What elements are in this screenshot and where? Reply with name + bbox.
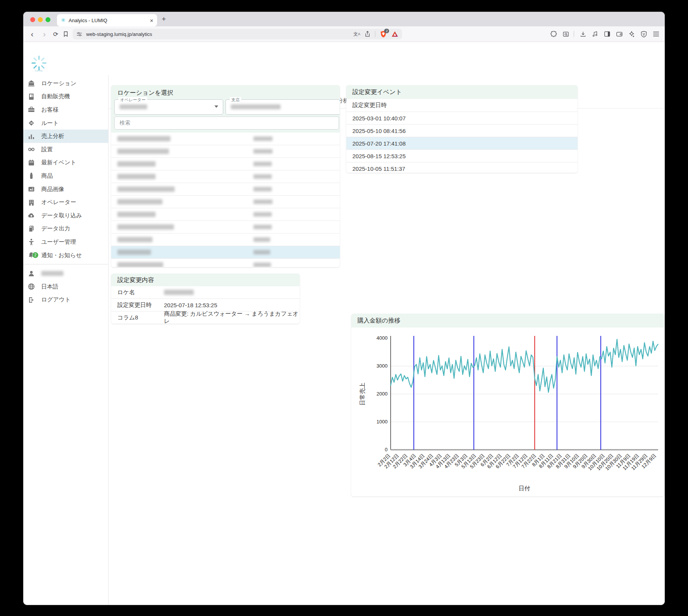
wallet-icon[interactable] (616, 31, 623, 37)
branch-select[interactable]: 支店 (226, 99, 339, 115)
sidebar-item-globe[interactable]: 日本語 (23, 280, 108, 293)
lumiq-favicon-icon: ✳ (61, 17, 66, 24)
sidebar-item-bell[interactable]: 2 通知・お知らせ (23, 249, 108, 262)
location-row[interactable] (111, 183, 340, 196)
sidebar-item-person[interactable]: ユーザー管理 (23, 235, 108, 249)
translate-icon[interactable]: 文A (353, 31, 360, 37)
location-row[interactable] (111, 233, 340, 246)
operator-select[interactable]: オペレーター (114, 99, 223, 115)
location-name-redacted (117, 199, 162, 204)
sidebar-item-logout[interactable]: ログアウト (23, 293, 108, 307)
sidebar-item-label: 通知・お知らせ (41, 252, 82, 259)
location-row[interactable] (111, 196, 340, 208)
minimize-window-button[interactable] (38, 17, 43, 22)
event-row[interactable]: 2025-07-20 17:41:08 (346, 137, 578, 150)
chart-icon (28, 133, 35, 140)
sidebar-item-copy[interactable]: データ出力 (23, 222, 108, 236)
events-column-header: 設定変更日時 (346, 99, 578, 112)
sidebar-item-link[interactable]: 設置 (23, 143, 108, 156)
forward-button[interactable]: › (41, 30, 48, 39)
search-tabs-icon[interactable] (563, 31, 569, 37)
location-value-redacted (253, 250, 270, 255)
location-row[interactable] (111, 221, 340, 233)
search-placeholder: 検索 (120, 120, 130, 126)
close-window-button[interactable] (30, 17, 35, 22)
link-icon (28, 146, 35, 153)
sidebar-item-image[interactable]: 商品画像 (23, 183, 108, 196)
location-row[interactable] (111, 259, 340, 267)
location-select-panel: ロケーションを選択 オペレーター 支店 検索 (111, 85, 340, 267)
extensions-icon[interactable] (550, 31, 557, 37)
shield-badge: 2 (384, 29, 389, 33)
image-icon (28, 185, 35, 193)
detail-label: ロケ名 (111, 289, 164, 296)
location-row[interactable] (111, 145, 340, 158)
detail-row: コラム8 商品変更: カルピスウォーター → まろうまカフェオレ (111, 311, 300, 324)
sidebar-item-label: ルート (41, 120, 59, 127)
location-row[interactable] (111, 158, 340, 170)
location-row[interactable] (111, 246, 340, 259)
share-icon[interactable] (365, 31, 370, 37)
location-name-redacted (117, 262, 163, 267)
sidebar-item-office[interactable]: オペレーター (23, 196, 108, 209)
config-events-panel: 設定変更イベント 設定変更日時2025-03-01 10:40:072025-0… (346, 85, 578, 173)
menu-icon[interactable] (653, 31, 659, 37)
location-row[interactable] (111, 208, 340, 221)
downloads-icon[interactable] (580, 31, 586, 37)
new-tab-button[interactable]: + (162, 15, 166, 23)
back-button[interactable]: ‹ (29, 30, 36, 39)
sidebar-toggle-icon[interactable] (604, 31, 610, 37)
config-details-table: ロケ名 設定変更日時 2025-07-18 12:53:25 コラム8 商品変更… (111, 286, 300, 324)
config-details-title: 設定変更内容 (111, 274, 300, 286)
branch-value-redacted (231, 104, 281, 109)
sidebar-item-cloud-up[interactable]: データ取り込み (23, 209, 108, 222)
bookmark-icon[interactable] (63, 31, 69, 37)
location-name-redacted (117, 212, 156, 217)
operator-value-redacted (120, 104, 147, 109)
reload-button[interactable]: ⟳ (53, 31, 58, 38)
location-row[interactable] (111, 170, 340, 183)
user-icon (28, 270, 35, 277)
location-search-input[interactable]: 検索 (114, 117, 339, 130)
notification-badge: 2 (32, 252, 39, 258)
bottle-icon (28, 172, 35, 180)
event-icon (28, 159, 35, 167)
sidebar-item-bank[interactable]: ロケーション (23, 77, 108, 90)
music-icon[interactable] (592, 31, 598, 37)
logout-icon (28, 296, 35, 304)
detail-value: 2025-07-18 12:53:25 (164, 302, 217, 308)
sidebar-item-label: ユーザー管理 (41, 238, 76, 246)
user-name-redacted (41, 271, 63, 276)
event-row[interactable]: 2025-03-01 10:40:07 (346, 112, 578, 125)
sidebar-item-briefcase[interactable]: お客様 (23, 103, 108, 117)
sidebar-item-bottle[interactable]: 商品 (23, 169, 108, 183)
event-row[interactable]: 2025-10-05 11:51:37 (346, 162, 578, 173)
event-row[interactable]: 2025-08-15 12:53:25 (346, 150, 578, 162)
detail-label: コラム8 (111, 314, 164, 321)
location-name-redacted (117, 186, 175, 192)
zoom-window-button[interactable] (45, 17, 50, 22)
urlbar-separator (375, 31, 375, 37)
sidebar-item-event[interactable]: 最新イベント (23, 156, 108, 170)
tab-close-icon[interactable]: × (150, 17, 153, 24)
y-axis-title: 日常売上 (359, 383, 365, 405)
sidebar-item-vending[interactable]: 自動販売機 (23, 90, 108, 104)
browser-tabstrip: ✳ Analyics - LUMIQ × + (23, 12, 665, 26)
sidebar-item-chart[interactable]: 売上分析 (23, 130, 108, 143)
sidebar-item-user[interactable] (23, 267, 108, 280)
brave-rewards-icon[interactable] (391, 31, 398, 37)
location-value-redacted (253, 199, 273, 204)
site-settings-icon[interactable] (76, 31, 82, 37)
url-bar[interactable]: web-staging.lumiq.jp/analytics 文A 2 (73, 29, 402, 39)
screenshot-stage: ✳ Analyics - LUMIQ × + ‹ › ⟳ web-staging… (0, 0, 688, 616)
event-row[interactable]: 2025-05-10 08:41:56 (346, 125, 578, 137)
brave-shield-icon[interactable]: 2 (380, 31, 387, 38)
vpn-shield-icon[interactable] (641, 31, 647, 37)
browser-tab[interactable]: ✳ Analyics - LUMIQ × (57, 14, 157, 26)
location-row[interactable] (111, 133, 340, 145)
url-text[interactable]: web-staging.lumiq.jp/analytics (86, 31, 349, 37)
leo-ai-icon[interactable] (628, 31, 635, 37)
sidebar-item-route[interactable]: ルート (23, 117, 108, 130)
sidebar-divider (23, 264, 108, 264)
detail-row: ロケ名 (111, 286, 300, 299)
